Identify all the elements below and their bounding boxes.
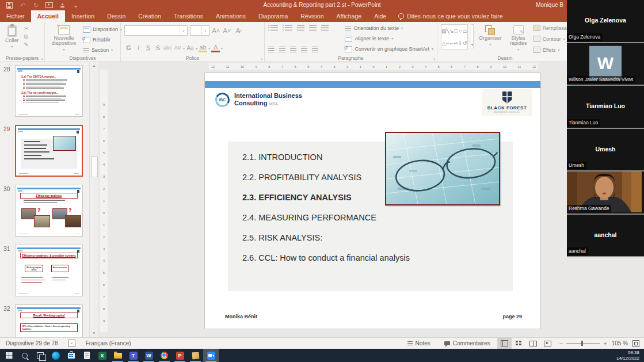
zoom-out-icon[interactable]: − — [559, 340, 563, 347]
zoom-control[interactable]: − + — [555, 340, 612, 347]
text-direction-button[interactable]: Orientation du texte▾ — [345, 25, 433, 32]
font-dialog-launcher[interactable]: ↘ — [260, 56, 263, 60]
powerpoint-icon[interactable]: P — [172, 349, 188, 362]
change-case-button[interactable]: Aa — [186, 44, 195, 52]
notepad-icon[interactable] — [79, 349, 94, 362]
agenda-item[interactable]: 2.5. RISK ANALYSIS: — [242, 228, 513, 248]
bold-button[interactable]: G — [124, 44, 133, 52]
customize-qat-icon[interactable]: ⌄ — [72, 2, 79, 9]
arrange-button[interactable]: Organiser▾ — [477, 24, 504, 54]
fit-to-window-icon[interactable] — [632, 340, 639, 347]
zoom-icon[interactable] — [203, 349, 219, 362]
chrome-icon[interactable] — [157, 349, 172, 362]
grow-font-icon[interactable]: A˄ — [212, 26, 220, 35]
paste-button[interactable]: Coller▾ — [3, 24, 21, 54]
sticky-icon[interactable] — [188, 349, 203, 362]
taskbar-clock[interactable]: 09:38 14/12/2022 — [616, 349, 644, 362]
highlight-color-button[interactable]: ab — [199, 44, 207, 52]
align-center-icon[interactable] — [279, 47, 285, 52]
participant-tile[interactable]: Wilson Javier Saavedra Vivas W — [567, 43, 644, 86]
ribbon-tab[interactable]: Accueil — [31, 10, 65, 22]
agenda-item[interactable]: 2.6. CCL: How to conduct a financial ana… — [242, 248, 513, 268]
font-size-combo[interactable]: ▾ — [190, 25, 209, 36]
section-button[interactable]: Section▾ — [83, 47, 122, 54]
triangle-shape-icon[interactable]: △ — [442, 40, 446, 46]
ribbon-tab[interactable]: Création — [132, 10, 167, 22]
excel-icon[interactable]: X — [94, 349, 110, 362]
down-arrow-shape-icon[interactable]: ⇩ — [458, 40, 463, 46]
participant-tile[interactable]: Reshma Gawande — [567, 172, 644, 215]
ribbon-tab[interactable]: Diaporama — [252, 10, 294, 22]
thumbnails-scrollbar[interactable]: ▲ ▼ — [89, 62, 98, 337]
format-painter-icon[interactable]: ✎ — [24, 42, 29, 48]
notes-button[interactable]: Notes — [401, 338, 437, 349]
rectangle-shape-icon[interactable]: □ — [455, 28, 458, 34]
clipboard-dialog-launcher[interactable]: ↘ — [40, 56, 43, 60]
slide-image-glasses[interactable] — [385, 132, 500, 205]
strikethrough-button[interactable]: S — [154, 44, 162, 52]
account-name[interactable]: Monique B — [536, 0, 563, 10]
smartart-button[interactable]: Convertir en graphique SmartArt▾ — [345, 45, 433, 53]
new-slide-button[interactable]: Nouvelle diapositive▾ — [48, 24, 79, 54]
ribbon-tab[interactable]: Transitions — [167, 10, 209, 22]
reading-view-button[interactable] — [526, 338, 540, 349]
start-slideshow-icon[interactable] — [45, 2, 53, 9]
zoom-in-icon[interactable]: + — [603, 340, 607, 347]
shapes-more-button[interactable]: ▾ — [471, 24, 474, 48]
participant-tile[interactable]: aanchal — [567, 215, 644, 258]
line-spacing-icon[interactable] — [321, 25, 329, 31]
ribbon-tab[interactable]: Révision — [294, 10, 330, 22]
teams-icon[interactable]: T — [125, 349, 141, 362]
font-color-button[interactable]: A — [211, 44, 220, 52]
layout-button[interactable]: Disposition▾ — [83, 26, 122, 33]
elbow-arrow-shape-icon[interactable]: ⌐ — [450, 40, 453, 46]
slide-thumbnail[interactable]: 28 2.a) The EBITDA margin... 2.b) The ne… — [0, 65, 89, 117]
slide-sorter-button[interactable] — [512, 338, 526, 349]
redo-icon[interactable]: ↻ — [32, 2, 40, 9]
align-right-icon[interactable] — [290, 47, 296, 52]
textbox-shape-icon[interactable]: ▤ — [441, 28, 447, 34]
agenda-item[interactable]: 2.4. MEASURING PERFORMANCE — [242, 208, 513, 228]
comments-button[interactable]: Commentaires — [437, 338, 497, 349]
quick-styles-button[interactable]: Styles rapides▾ — [507, 24, 530, 54]
shrink-font-icon[interactable]: A˅ — [223, 26, 231, 35]
bullets-icon[interactable] — [270, 25, 278, 31]
increase-indent-icon[interactable] — [309, 25, 317, 31]
explorer-icon[interactable] — [110, 349, 125, 362]
ribbon-tab[interactable]: Dessin — [101, 10, 132, 22]
presenter-icon[interactable] — [59, 2, 66, 9]
decrease-indent-icon[interactable] — [297, 25, 304, 31]
zoom-percentage[interactable]: 105 % — [612, 340, 628, 346]
elbow-shape-icon[interactable]: ⌐ — [447, 40, 449, 46]
participant-tile[interactable]: Olga Zelenova — [567, 0, 644, 43]
shadow-button[interactable]: abc — [163, 44, 172, 52]
ribbon-tab[interactable]: Affichage — [330, 10, 368, 22]
spellcheck-icon[interactable]: ✓ — [68, 340, 75, 347]
word-icon[interactable]: W — [141, 349, 157, 362]
zoom-slider[interactable] — [566, 343, 600, 344]
cut-icon[interactable]: ✂ — [24, 26, 29, 32]
justify-icon[interactable] — [301, 47, 307, 52]
oval-shape-icon[interactable]: ○ — [459, 28, 462, 34]
curved-arrow-shape-icon[interactable]: ↺ — [463, 40, 467, 46]
font-name-combo[interactable]: ▾ — [124, 25, 188, 36]
clear-format-icon[interactable]: A̷ — [234, 26, 242, 35]
participant-tile[interactable]: Umesh — [567, 129, 644, 172]
columns-icon[interactable] — [312, 47, 318, 52]
arrow-shape-icon[interactable]: ↘ — [449, 28, 454, 34]
scroll-up-icon[interactable]: ▲ — [90, 62, 98, 70]
char-spacing-button[interactable]: AV — [173, 44, 182, 52]
save-icon[interactable] — [6, 2, 13, 9]
edge-icon[interactable] — [48, 349, 63, 362]
undo-icon[interactable]: ↶ — [19, 2, 26, 9]
scroll-down-icon[interactable]: ▼ — [90, 329, 98, 337]
slide-thumbnail[interactable]: 32 — [0, 304, 89, 337]
zoom-slider-thumb[interactable] — [581, 341, 583, 346]
normal-view-button[interactable] — [497, 338, 512, 349]
slide-thumbnail[interactable]: 29 — [0, 125, 89, 177]
reset-button[interactable]: Rétablir — [83, 36, 122, 44]
slideshow-view-button[interactable] — [540, 338, 555, 349]
align-left-icon[interactable] — [268, 47, 275, 52]
slide-canvas[interactable]: IBC International Business Consulting MB… — [204, 73, 541, 329]
ribbon-tab[interactable]: Animations — [209, 10, 252, 22]
